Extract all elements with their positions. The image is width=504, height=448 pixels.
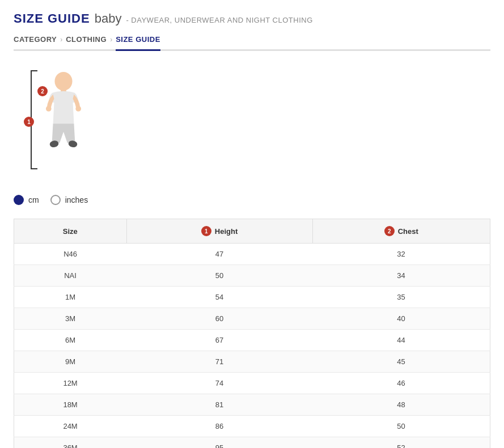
breadcrumb-sep-2: › xyxy=(110,36,112,49)
page-title-desc: - DAYWEAR, UNDERWEAR AND NIGHT CLOTHING xyxy=(126,16,312,24)
cm-option[interactable]: cm xyxy=(14,195,39,205)
table-row: 24M 86 50 xyxy=(14,416,490,437)
size-table: Size 1 Height 2 Chest N46 47 xyxy=(14,219,490,448)
table-row: 12M 74 46 xyxy=(14,373,490,394)
inches-option[interactable]: inches xyxy=(50,195,88,205)
chest-badge: 2 xyxy=(37,86,48,96)
cell-size: N46 xyxy=(14,244,127,265)
cell-size: 1M xyxy=(14,287,127,308)
baby-figure-svg xyxy=(41,71,86,165)
breadcrumb: CATEGORY › CLOTHING › SIZE GUIDE xyxy=(14,35,490,51)
table-row: N46 47 32 xyxy=(14,244,490,265)
page-wrapper: SIZE GUIDE baby - DAYWEAR, UNDERWEAR AND… xyxy=(0,0,504,448)
breadcrumb-category[interactable]: CATEGORY xyxy=(14,35,57,49)
cell-chest: 34 xyxy=(312,265,490,287)
cell-height: 95 xyxy=(126,437,312,449)
height-header-container: 1 Height xyxy=(136,226,303,236)
cell-chest: 35 xyxy=(312,287,490,308)
cell-height: 74 xyxy=(126,373,312,394)
svg-point-2 xyxy=(46,106,52,112)
cm-radio[interactable] xyxy=(14,195,24,205)
table-row: 18M 81 48 xyxy=(14,394,490,416)
breadcrumb-size-guide[interactable]: SIZE GUIDE xyxy=(116,35,160,51)
page-title-main: SIZE GUIDE xyxy=(14,11,90,26)
cell-height: 86 xyxy=(126,416,312,437)
cell-height: 50 xyxy=(126,265,312,287)
height-col-label: Height xyxy=(215,227,238,236)
cm-label: cm xyxy=(28,195,39,204)
inches-label: inches xyxy=(65,195,88,204)
cell-size: NAI xyxy=(14,265,127,287)
col-header-size-label: Size xyxy=(63,227,78,236)
table-row: 9M 71 45 xyxy=(14,351,490,373)
cell-chest: 44 xyxy=(312,330,490,351)
svg-point-3 xyxy=(75,106,81,112)
cell-size: 24M xyxy=(14,416,127,437)
table-row: 36M 95 52 xyxy=(14,437,490,449)
table-row: 1M 54 35 xyxy=(14,287,490,308)
cell-size: 3M xyxy=(14,308,127,330)
table-body: N46 47 32 NAI 50 34 1M 54 35 3M 60 40 6M… xyxy=(14,244,490,449)
cell-size: 18M xyxy=(14,394,127,416)
col-header-chest: 2 Chest xyxy=(312,219,490,244)
table-row: 6M 67 44 xyxy=(14,330,490,351)
table-header-row: Size 1 Height 2 Chest xyxy=(14,219,490,244)
col-header-size: Size xyxy=(14,219,127,244)
cell-height: 81 xyxy=(126,394,312,416)
cell-size: 36M xyxy=(14,437,127,449)
cell-size: 12M xyxy=(14,373,127,394)
chest-col-badge: 2 xyxy=(384,226,395,236)
body-image-section: 1 xyxy=(14,65,490,184)
page-title-baby: baby xyxy=(95,11,122,26)
breadcrumb-clothing[interactable]: CLOTHING xyxy=(66,35,107,49)
cell-height: 54 xyxy=(126,287,312,308)
unit-selector: cm inches xyxy=(14,195,490,205)
cell-height: 60 xyxy=(126,308,312,330)
cell-chest: 40 xyxy=(312,308,490,330)
cell-height: 47 xyxy=(126,244,312,265)
chest-header-container: 2 Chest xyxy=(322,226,481,236)
cell-chest: 45 xyxy=(312,351,490,373)
table-row: 3M 60 40 xyxy=(14,308,490,330)
height-col-badge: 1 xyxy=(201,226,211,236)
breadcrumb-sep-1: › xyxy=(60,36,62,49)
page-title-section: SIZE GUIDE baby - DAYWEAR, UNDERWEAR AND… xyxy=(14,11,490,26)
cell-height: 67 xyxy=(126,330,312,351)
cell-chest: 46 xyxy=(312,373,490,394)
cell-chest: 50 xyxy=(312,416,490,437)
cell-height: 71 xyxy=(126,351,312,373)
inches-radio[interactable] xyxy=(50,195,61,205)
table-row: NAI 50 34 xyxy=(14,265,490,287)
chest-col-label: Chest xyxy=(398,227,418,236)
height-badge: 1 xyxy=(24,117,34,127)
cell-chest: 52 xyxy=(312,437,490,449)
body-diagram: 1 xyxy=(14,70,104,178)
cell-size: 6M xyxy=(14,330,127,351)
cell-chest: 32 xyxy=(312,244,490,265)
svg-point-0 xyxy=(54,72,72,91)
cell-chest: 48 xyxy=(312,394,490,416)
cell-size: 9M xyxy=(14,351,127,373)
col-header-height: 1 Height xyxy=(126,219,312,244)
